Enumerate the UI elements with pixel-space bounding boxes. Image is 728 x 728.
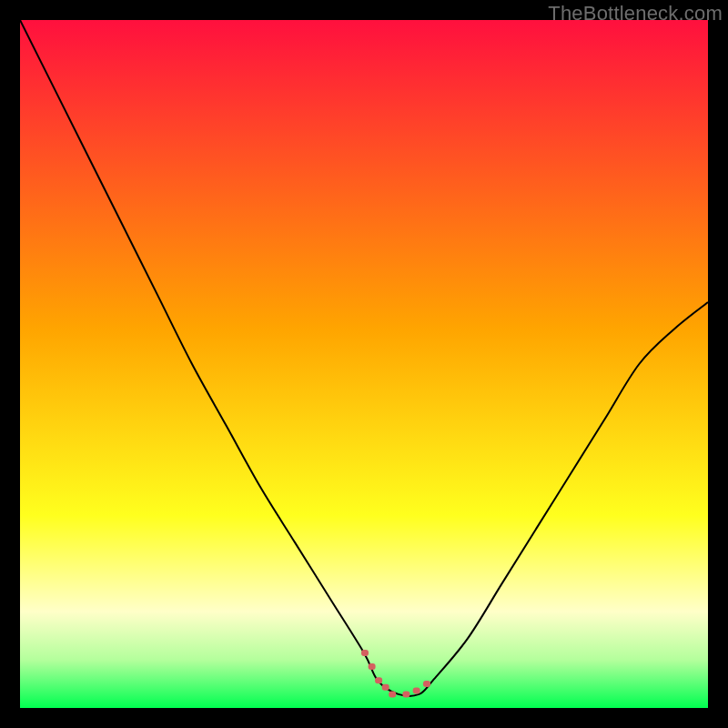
optimal-dot	[375, 677, 382, 683]
optimal-dot	[423, 681, 430, 687]
chart-svg	[20, 20, 708, 708]
optimal-dot	[361, 650, 369, 656]
optimal-dot	[369, 663, 376, 670]
attribution-text: TheBottleneck.com	[548, 2, 723, 25]
optimal-dot	[389, 691, 396, 697]
optimal-dot	[382, 684, 389, 691]
optimal-dot	[413, 688, 420, 694]
optimal-dot	[402, 691, 410, 697]
gradient-background	[20, 20, 708, 708]
bottleneck-chart	[20, 20, 708, 708]
